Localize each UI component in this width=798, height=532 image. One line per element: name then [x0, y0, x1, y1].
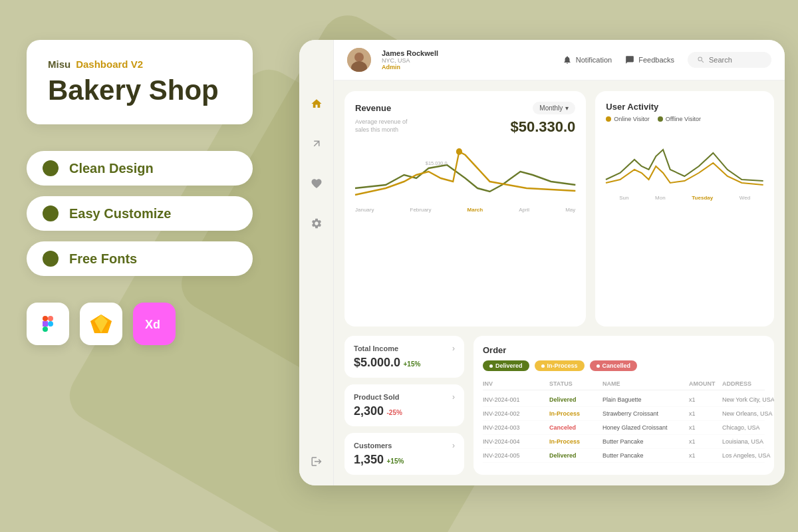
- svg-rect-1: [48, 316, 53, 321]
- badge-delivered: Delivered: [483, 360, 529, 371]
- col-amount: Amount: [689, 380, 722, 387]
- legend-dot-offline: [658, 116, 663, 122]
- period-button[interactable]: Monthly ▾: [533, 102, 575, 114]
- activity-card: User Activity Online Visitor Offline Vis…: [595, 91, 774, 327]
- total-income-arrow[interactable]: ›: [452, 344, 455, 353]
- svg-point-13: [354, 53, 364, 62]
- product-sold-change: -25%: [387, 409, 402, 416]
- top-row: Revenue Monthly ▾ Average revenue of sal…: [344, 91, 774, 327]
- status-badges: Delivered In-Process Cancelled: [483, 360, 765, 371]
- search-input[interactable]: [709, 56, 762, 64]
- row-amount: x1: [689, 452, 722, 459]
- row-inv: INV-2024-005: [483, 452, 549, 459]
- customers-card: Customers › 1,350 +15%: [344, 433, 464, 475]
- revenue-card-header: Revenue Monthly ▾: [355, 102, 575, 114]
- svg-point-15: [456, 148, 462, 155]
- activity-chart-labels: Sun Mon Tuesday Wed: [606, 195, 763, 201]
- svg-rect-0: [43, 316, 48, 321]
- legend-label-online: Online Visitor: [614, 116, 649, 122]
- customers-arrow[interactable]: ›: [452, 441, 455, 450]
- customers-change: +15%: [387, 458, 404, 465]
- user-role: Admin: [382, 64, 438, 70]
- xd-icon-box: Xd: [133, 303, 176, 345]
- user-avatar: [347, 48, 371, 72]
- revenue-chart: $15.030.0 January February March April M…: [355, 142, 575, 316]
- row-amount: x1: [689, 438, 722, 445]
- row-name: Strawberry Croissant: [602, 410, 689, 417]
- orders-card: Order Delivered In-Process: [473, 336, 774, 475]
- revenue-chart-labels: January February March April May: [355, 207, 575, 213]
- col-address: Address: [722, 380, 774, 387]
- notification-button[interactable]: Notification: [563, 55, 612, 65]
- table-row: INV-2024-003 Canceled Honey Glazed Crois…: [483, 421, 765, 435]
- product-sold-value: 2,300 -25%: [354, 404, 455, 418]
- row-inv: INV-2024-002: [483, 410, 549, 417]
- row-status: Delivered: [549, 396, 602, 403]
- svg-text:Xd: Xd: [145, 318, 160, 331]
- row-address: New Orleans, USA: [722, 410, 774, 417]
- sidebar-home-icon[interactable]: [306, 93, 327, 114]
- figma-icon: [37, 313, 59, 334]
- activity-chart: Sun Mon Tuesday Wed: [606, 133, 763, 316]
- sidebar-logout-icon[interactable]: [306, 451, 327, 472]
- table-row: INV-2024-002 In-Process Strawberry Crois…: [483, 407, 765, 421]
- user-location: NYC, USA: [382, 57, 438, 64]
- xd-icon: Xd: [144, 315, 165, 332]
- svg-rect-2: [43, 321, 48, 327]
- notification-label: Notification: [576, 56, 612, 64]
- chevron-down-icon: ▾: [565, 104, 569, 112]
- tool-icons: Xd: [27, 303, 253, 345]
- revenue-title: Revenue: [355, 103, 391, 113]
- dashboard-main: James Rockwell NYC, USA Admin Notificati…: [334, 40, 785, 485]
- feature-dot: [43, 160, 59, 176]
- activity-card-header: User Activity: [606, 102, 763, 112]
- badge-cancelled-label: Cancelled: [602, 362, 631, 369]
- sidebar-tools-icon[interactable]: [306, 133, 327, 154]
- chart-label-jan: January: [355, 207, 374, 213]
- total-income-title: Total Income: [354, 344, 398, 352]
- orders-table-header: Inv Status Name Amount Address: [483, 378, 765, 390]
- row-inv: INV-2024-003: [483, 424, 549, 431]
- row-amount: x1: [689, 410, 722, 417]
- feedbacks-button[interactable]: Feedbacks: [625, 55, 674, 65]
- chart-label-apr: April: [519, 207, 529, 213]
- sidebar-settings-icon[interactable]: [306, 213, 327, 234]
- legend-dot-online: [606, 116, 611, 122]
- legend-online: Online Visitor: [606, 116, 649, 122]
- chart-label-wed: Wed: [739, 195, 750, 201]
- row-amount: x1: [689, 424, 722, 431]
- revenue-subtitle: Average revenue of sales this month: [355, 118, 408, 134]
- dashboard-version: Dashboard V2: [76, 59, 143, 70]
- sketch-icon-box: [80, 303, 122, 345]
- row-address: Chicago, USA: [722, 424, 774, 431]
- chart-label-mar: March: [467, 207, 483, 213]
- activity-legend: Online Visitor Offline Visitor: [606, 116, 763, 122]
- orders-rows: INV-2024-001 Delivered Plain Baguette x1…: [483, 393, 765, 463]
- badge-delivered-label: Delivered: [495, 362, 523, 369]
- row-status: In-Process: [549, 410, 602, 417]
- sketch-icon: [89, 312, 113, 336]
- product-sold-card: Product Sold › 2,300 -25%: [344, 384, 464, 426]
- feature-dot: [43, 251, 59, 267]
- customers-amount: 1,350: [354, 453, 384, 466]
- product-sold-title: Product Sold: [354, 393, 399, 401]
- dashboard-header: James Rockwell NYC, USA Admin Notificati…: [334, 40, 785, 80]
- revenue-card: Revenue Monthly ▾ Average revenue of sal…: [344, 91, 586, 327]
- total-income-header: Total Income ›: [354, 344, 455, 353]
- header-actions: Notification Feedbacks: [454, 52, 771, 68]
- left-panel: Misu Dashboard V2 Bakery Shop Clean Desi…: [27, 40, 253, 345]
- sidebar-favorites-icon[interactable]: [306, 173, 327, 194]
- page-title: Bakery Shop: [48, 75, 231, 106]
- badge-inprocess-label: In-Process: [547, 362, 578, 369]
- brand-name: Misu: [48, 59, 70, 70]
- search-box[interactable]: [688, 52, 771, 68]
- chart-label-sun: Sun: [619, 195, 628, 201]
- total-income-card: Total Income › $5.000.0 +15%: [344, 336, 464, 378]
- chart-label-mon: Mon: [655, 195, 666, 201]
- row-address: Louisiana, USA: [722, 438, 774, 445]
- dashboard-panel: James Rockwell NYC, USA Admin Notificati…: [299, 40, 785, 485]
- product-sold-arrow[interactable]: ›: [452, 392, 455, 402]
- row-address: Los Angeles, USA: [722, 452, 774, 459]
- title-top: Misu Dashboard V2: [48, 59, 231, 70]
- badge-dot-cancelled: [597, 364, 600, 368]
